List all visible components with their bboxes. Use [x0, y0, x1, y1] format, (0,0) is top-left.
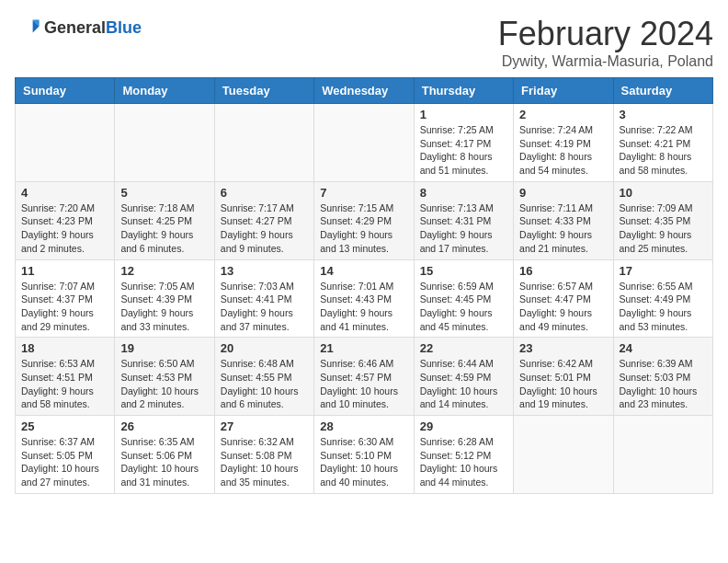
calendar-cell: 9Sunrise: 7:11 AM Sunset: 4:33 PM Daylig…: [514, 181, 613, 259]
weekday-header: Thursday: [414, 78, 513, 104]
day-info: Sunrise: 6:35 AM Sunset: 5:06 PM Dayligh…: [120, 435, 208, 489]
day-number: 27: [221, 419, 308, 433]
calendar-body: 1Sunrise: 7:25 AM Sunset: 4:17 PM Daylig…: [16, 104, 713, 494]
calendar-cell: 3Sunrise: 7:22 AM Sunset: 4:21 PM Daylig…: [613, 104, 712, 182]
day-info: Sunrise: 7:25 AM Sunset: 4:17 PM Dayligh…: [420, 123, 507, 178]
calendar-week-row: 1Sunrise: 7:25 AM Sunset: 4:17 PM Daylig…: [16, 104, 713, 182]
day-info: Sunrise: 7:20 AM Sunset: 4:23 PM Dayligh…: [21, 201, 108, 256]
location: Dywity, Warmia-Masuria, Poland: [498, 53, 713, 70]
day-info: Sunrise: 7:01 AM Sunset: 4:43 PM Dayligh…: [320, 280, 407, 334]
calendar-cell: 12Sunrise: 7:05 AM Sunset: 4:39 PM Dayli…: [115, 259, 214, 338]
month-title: February 2024: [498, 15, 713, 53]
calendar-cell: 22Sunrise: 6:44 AM Sunset: 4:59 PM Dayli…: [414, 338, 513, 416]
day-info: Sunrise: 6:42 AM Sunset: 5:01 PM Dayligh…: [519, 357, 607, 411]
weekday-header: Sunday: [16, 78, 115, 104]
calendar-week-row: 18Sunrise: 6:53 AM Sunset: 4:51 PM Dayli…: [16, 338, 713, 416]
calendar-header: SundayMondayTuesdayWednesdayThursdayFrid…: [16, 78, 713, 104]
calendar-cell: 29Sunrise: 6:28 AM Sunset: 5:12 PM Dayli…: [414, 416, 513, 494]
day-number: 25: [21, 419, 108, 433]
calendar-cell: [115, 104, 214, 182]
calendar-cell: 1Sunrise: 7:25 AM Sunset: 4:17 PM Daylig…: [414, 104, 513, 182]
logo-icon: [15, 15, 40, 40]
calendar-cell: 26Sunrise: 6:35 AM Sunset: 5:06 PM Dayli…: [115, 416, 214, 494]
day-number: 4: [21, 186, 108, 200]
day-info: Sunrise: 6:46 AM Sunset: 4:57 PM Dayligh…: [320, 357, 407, 411]
calendar-cell: 21Sunrise: 6:46 AM Sunset: 4:57 PM Dayli…: [314, 338, 414, 416]
day-number: 9: [519, 186, 607, 200]
day-info: Sunrise: 6:55 AM Sunset: 4:49 PM Dayligh…: [620, 280, 707, 334]
calendar-cell: 24Sunrise: 6:39 AM Sunset: 5:03 PM Dayli…: [613, 338, 712, 416]
calendar-cell: [613, 416, 712, 494]
weekday-header: Tuesday: [214, 78, 313, 104]
calendar-cell: 5Sunrise: 7:18 AM Sunset: 4:25 PM Daylig…: [115, 181, 214, 259]
day-number: 20: [221, 341, 308, 355]
calendar-cell: 28Sunrise: 6:30 AM Sunset: 5:10 PM Dayli…: [314, 416, 414, 494]
calendar-cell: 6Sunrise: 7:17 AM Sunset: 4:27 PM Daylig…: [214, 181, 313, 259]
calendar-cell: 8Sunrise: 7:13 AM Sunset: 4:31 PM Daylig…: [414, 181, 513, 259]
day-number: 16: [519, 264, 607, 278]
day-info: Sunrise: 7:17 AM Sunset: 4:27 PM Dayligh…: [221, 201, 308, 256]
day-number: 29: [420, 419, 507, 433]
weekday-row: SundayMondayTuesdayWednesdayThursdayFrid…: [16, 78, 713, 104]
day-info: Sunrise: 6:57 AM Sunset: 4:47 PM Dayligh…: [519, 280, 607, 334]
day-number: 17: [620, 264, 707, 278]
day-info: Sunrise: 6:53 AM Sunset: 4:51 PM Dayligh…: [21, 357, 108, 411]
logo-general: General: [44, 18, 106, 37]
calendar-week-row: 4Sunrise: 7:20 AM Sunset: 4:23 PM Daylig…: [16, 181, 713, 259]
calendar-cell: [16, 104, 115, 182]
title-area: February 2024 Dywity, Warmia-Masuria, Po…: [498, 15, 713, 70]
day-info: Sunrise: 7:13 AM Sunset: 4:31 PM Dayligh…: [420, 201, 507, 256]
calendar-cell: [314, 104, 414, 182]
day-number: 24: [620, 341, 707, 355]
day-number: 12: [120, 264, 208, 278]
calendar-cell: 20Sunrise: 6:48 AM Sunset: 4:55 PM Dayli…: [214, 338, 313, 416]
calendar-cell: 11Sunrise: 7:07 AM Sunset: 4:37 PM Dayli…: [16, 259, 115, 338]
weekday-header: Saturday: [613, 78, 712, 104]
day-info: Sunrise: 6:59 AM Sunset: 4:45 PM Dayligh…: [420, 280, 507, 334]
header: GeneralBlue February 2024 Dywity, Warmia…: [15, 15, 713, 70]
day-info: Sunrise: 7:11 AM Sunset: 4:33 PM Dayligh…: [519, 201, 607, 256]
calendar-cell: 7Sunrise: 7:15 AM Sunset: 4:29 PM Daylig…: [314, 181, 414, 259]
calendar-cell: 4Sunrise: 7:20 AM Sunset: 4:23 PM Daylig…: [16, 181, 115, 259]
logo: GeneralBlue: [15, 15, 142, 40]
calendar-cell: 10Sunrise: 7:09 AM Sunset: 4:35 PM Dayli…: [613, 181, 712, 259]
day-number: 21: [320, 341, 407, 355]
day-number: 6: [221, 186, 308, 200]
calendar-cell: [214, 104, 313, 182]
weekday-header: Monday: [115, 78, 214, 104]
day-number: 28: [320, 419, 407, 433]
calendar-cell: 27Sunrise: 6:32 AM Sunset: 5:08 PM Dayli…: [214, 416, 313, 494]
calendar-cell: 18Sunrise: 6:53 AM Sunset: 4:51 PM Dayli…: [16, 338, 115, 416]
day-number: 19: [120, 341, 208, 355]
day-info: Sunrise: 6:28 AM Sunset: 5:12 PM Dayligh…: [420, 435, 507, 489]
day-info: Sunrise: 6:30 AM Sunset: 5:10 PM Dayligh…: [320, 435, 407, 489]
day-number: 22: [420, 341, 507, 355]
day-info: Sunrise: 7:05 AM Sunset: 4:39 PM Dayligh…: [120, 280, 208, 334]
day-number: 23: [519, 341, 607, 355]
day-number: 14: [320, 264, 407, 278]
day-number: 13: [221, 264, 308, 278]
day-info: Sunrise: 7:15 AM Sunset: 4:29 PM Dayligh…: [320, 201, 407, 256]
logo-blue: Blue: [106, 18, 142, 37]
day-info: Sunrise: 7:18 AM Sunset: 4:25 PM Dayligh…: [120, 201, 208, 256]
calendar-cell: 16Sunrise: 6:57 AM Sunset: 4:47 PM Dayli…: [514, 259, 613, 338]
day-number: 2: [519, 108, 607, 121]
calendar: SundayMondayTuesdayWednesdayThursdayFrid…: [15, 77, 713, 494]
day-info: Sunrise: 6:37 AM Sunset: 5:05 PM Dayligh…: [21, 435, 108, 489]
weekday-header: Friday: [514, 78, 613, 104]
day-info: Sunrise: 6:50 AM Sunset: 4:53 PM Dayligh…: [120, 357, 208, 411]
calendar-week-row: 11Sunrise: 7:07 AM Sunset: 4:37 PM Dayli…: [16, 259, 713, 338]
calendar-cell: 14Sunrise: 7:01 AM Sunset: 4:43 PM Dayli…: [314, 259, 414, 338]
calendar-cell: 25Sunrise: 6:37 AM Sunset: 5:05 PM Dayli…: [16, 416, 115, 494]
day-info: Sunrise: 6:44 AM Sunset: 4:59 PM Dayligh…: [420, 357, 507, 411]
day-info: Sunrise: 6:48 AM Sunset: 4:55 PM Dayligh…: [221, 357, 308, 411]
calendar-cell: [514, 416, 613, 494]
calendar-cell: 17Sunrise: 6:55 AM Sunset: 4:49 PM Dayli…: [613, 259, 712, 338]
day-number: 7: [320, 186, 407, 200]
day-number: 18: [21, 341, 108, 355]
day-number: 3: [620, 108, 707, 121]
day-number: 11: [21, 264, 108, 278]
calendar-week-row: 25Sunrise: 6:37 AM Sunset: 5:05 PM Dayli…: [16, 416, 713, 494]
day-number: 10: [620, 186, 707, 200]
day-info: Sunrise: 7:03 AM Sunset: 4:41 PM Dayligh…: [221, 280, 308, 334]
